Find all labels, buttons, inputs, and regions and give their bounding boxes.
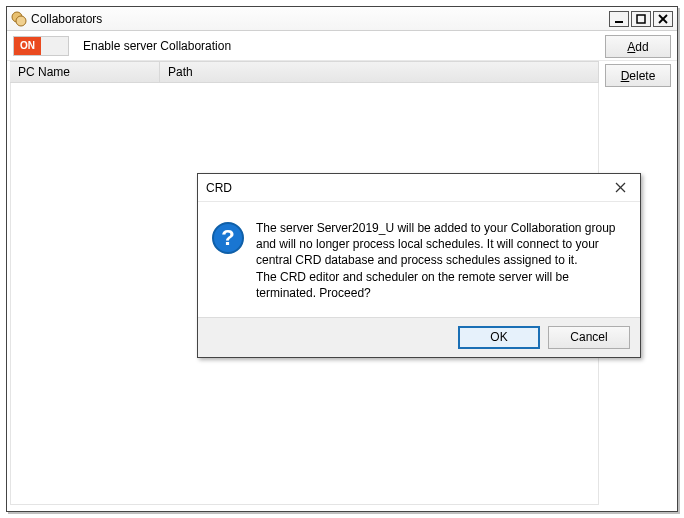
ok-button[interactable]: OK: [458, 326, 540, 349]
minimize-button[interactable]: [609, 11, 629, 27]
toolbar: ON Enable server Collaboration: [7, 31, 677, 61]
dialog-message: The server Server2019_U will be added to…: [256, 220, 626, 301]
dialog-title: CRD: [206, 181, 608, 195]
add-button[interactable]: Add: [605, 35, 671, 58]
question-icon: ?: [212, 222, 244, 254]
column-path[interactable]: Path: [160, 62, 599, 82]
delete-button[interactable]: Delete: [605, 64, 671, 87]
svg-point-1: [16, 16, 26, 26]
dialog-titlebar: CRD: [198, 174, 640, 202]
window-title: Collaborators: [31, 12, 609, 26]
toggle-description: Enable server Collaboration: [83, 39, 231, 53]
cancel-button[interactable]: Cancel: [548, 326, 630, 349]
app-icon: [11, 11, 27, 27]
maximize-button[interactable]: [631, 11, 651, 27]
confirmation-dialog: CRD ? The server Server2019_U will be ad…: [197, 173, 641, 358]
titlebar: Collaborators: [7, 7, 677, 31]
toggle-off-segment: [41, 37, 68, 55]
collaborators-window: Collaborators ON Enable server Collabora…: [6, 6, 678, 512]
list-header: PC Name Path: [10, 61, 599, 83]
toggle-on-label: ON: [14, 37, 41, 55]
svg-rect-3: [637, 15, 645, 23]
enable-collab-toggle[interactable]: ON: [13, 36, 69, 56]
dialog-close-button[interactable]: [608, 178, 632, 198]
close-window-button[interactable]: [653, 11, 673, 27]
dialog-button-row: OK Cancel: [198, 317, 640, 357]
column-pc-name[interactable]: PC Name: [10, 62, 160, 82]
